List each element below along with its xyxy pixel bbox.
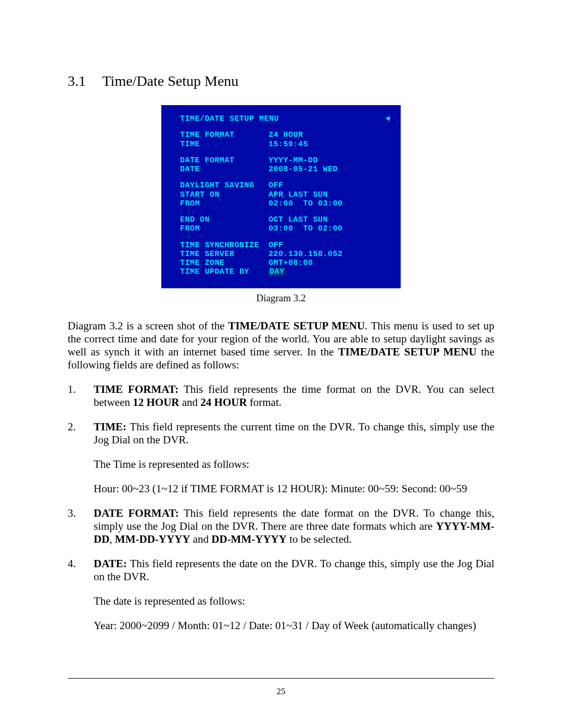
menu-value: 03:00 TO 02:00 (269, 224, 390, 233)
menu-title: TIME/DATE SETUP MENU (180, 114, 279, 123)
section-title: Time/Date Setup Menu (103, 73, 239, 89)
sub-paragraph: Hour: 00~23 (1~12 if TIME FORMAT is 12 H… (94, 482, 494, 495)
menu-label: DATE FORMAT (180, 156, 269, 165)
menu-label: TIME (180, 140, 269, 149)
list-item: 2. TIME: This field represents the curre… (68, 420, 494, 495)
menu-label: TIME ZONE (180, 259, 269, 267)
dvr-menu-screenshot: TIME/DATE SETUP MENU ◄ TIME FORMAT 24 HO… (161, 105, 401, 288)
diagram-container: TIME/DATE SETUP MENU ◄ TIME FORMAT 24 HO… (68, 105, 494, 288)
menu-label: FROM (180, 199, 269, 208)
list-item: 4. DATE: This field represents the date … (68, 557, 494, 632)
text-fragment: and (179, 396, 200, 408)
text-fragment: Diagram 3.2 is a screen shot of the (68, 320, 228, 332)
text-bold: TIME: (94, 420, 126, 433)
list-item: 3. DATE FORMAT: This field represents th… (68, 507, 494, 546)
text-fragment: format. (247, 396, 282, 408)
menu-label: DATE (180, 165, 269, 174)
menu-label: DAYLIGHT SAVING (180, 181, 269, 190)
body-text: Diagram 3.2 is a screen shot of the TIME… (68, 320, 494, 632)
section-heading: 3.1 Time/Date Setup Menu (68, 73, 494, 90)
footer-rule (68, 678, 494, 679)
menu-label: TIME FORMAT (180, 131, 269, 139)
menu-row-start-from[interactable]: FROM 02:00 TO 03:00 (180, 199, 390, 208)
sub-paragraph: The Time is represented as follows: (94, 458, 494, 471)
item-number: 3. (68, 507, 94, 546)
menu-value: 02:00 TO 03:00 (269, 199, 390, 208)
text-bold: TIME/DATE SETUP MENU (228, 320, 365, 332)
menu-row-start-on[interactable]: START ON APR LAST SUN (180, 190, 390, 199)
item-number: 4. (68, 557, 94, 632)
menu-row-time[interactable]: TIME 15:59:45 (180, 140, 390, 149)
menu-label: FROM (180, 224, 269, 233)
figure-caption: Diagram 3.2 (68, 292, 494, 304)
section-number: 3.1 (68, 73, 99, 90)
menu-label: END ON (180, 215, 269, 224)
text-bold: TIME/DATE SETUP MENU (338, 346, 477, 358)
menu-row-date[interactable]: DATE 2008-05-21 WED (180, 165, 390, 174)
text-bold: 24 HOUR (200, 396, 247, 408)
item-number: 2. (68, 420, 94, 495)
menu-value: OFF (269, 241, 390, 250)
text-bold: DATE FORMAT: (94, 507, 179, 519)
menu-label: START ON (180, 190, 269, 199)
menu-row-time-sync[interactable]: TIME SYNCHRONIZE OFF (180, 241, 390, 250)
list-item: 1. TIME FORMAT: This field represents th… (68, 383, 494, 409)
definitions-list: 1. TIME FORMAT: This field represents th… (68, 383, 494, 632)
menu-value: GMT+08:00 (269, 259, 390, 267)
page-number: 25 (0, 686, 562, 697)
text-bold: TIME FORMAT: (94, 383, 178, 395)
menu-row-date-format[interactable]: DATE FORMAT YYYY-MM-DD (180, 156, 390, 165)
menu-row-end-on[interactable]: END ON OCT LAST SUN (180, 215, 390, 224)
menu-row-time-update-by[interactable]: TIME UPDATE BY DAY (180, 267, 390, 276)
menu-value: DAY (269, 267, 390, 276)
menu-value: 15:59:45 (269, 140, 390, 149)
back-icon[interactable]: ◄ (385, 114, 390, 123)
text-fragment: and (190, 533, 211, 545)
item-number: 1. (68, 383, 94, 409)
menu-value: YYYY-MM-DD (269, 156, 390, 165)
menu-label: TIME SYNCHRONIZE (180, 241, 269, 250)
text-bold: MM-DD-YYYY (115, 533, 190, 545)
text-fragment: , (109, 533, 115, 545)
text-bold: 12 HOUR (133, 396, 179, 408)
menu-value: 220.130.158.052 (269, 250, 390, 259)
menu-row-daylight-saving[interactable]: DAYLIGHT SAVING OFF (180, 181, 390, 190)
menu-label: TIME SERVER (180, 250, 269, 259)
menu-value: OFF (269, 181, 390, 190)
text-fragment: to be selected. (287, 533, 352, 545)
menu-row-time-format[interactable]: TIME FORMAT 24 HOUR (180, 131, 390, 139)
menu-value: OCT LAST SUN (269, 215, 390, 224)
intro-paragraph: Diagram 3.2 is a screen shot of the TIME… (68, 320, 494, 372)
menu-row-end-from[interactable]: FROM 03:00 TO 02:00 (180, 224, 390, 233)
text-bold: DATE: (94, 557, 127, 570)
menu-value-selected: DAY (269, 267, 286, 276)
text-fragment: This field represents the current time o… (94, 420, 494, 446)
text-bold: DD-MM-YYYY (211, 533, 287, 545)
document-page: 3.1 Time/Date Setup Menu TIME/DATE SETUP… (0, 0, 562, 728)
menu-value: 24 HOUR (269, 131, 390, 139)
menu-value: 2008-05-21 WED (269, 165, 390, 174)
item-content: DATE FORMAT: This field represents the d… (94, 507, 494, 546)
sub-paragraph: Year: 2000~2099 / Month: 01~12 / Date: 0… (94, 619, 494, 632)
menu-label: TIME UPDATE BY (180, 267, 269, 276)
sub-paragraph: The date is represented as follows: (94, 595, 494, 608)
item-content: TIME: This field represents the current … (94, 420, 494, 495)
text-fragment: This field represents the date on the DV… (94, 557, 494, 583)
menu-value: APR LAST SUN (269, 190, 390, 199)
menu-row-time-zone[interactable]: TIME ZONE GMT+08:00 (180, 259, 390, 267)
menu-row-time-server[interactable]: TIME SERVER 220.130.158.052 (180, 250, 390, 259)
item-content: DATE: This field represents the date on … (94, 557, 494, 632)
item-content: TIME FORMAT: This field represents the t… (94, 383, 494, 409)
